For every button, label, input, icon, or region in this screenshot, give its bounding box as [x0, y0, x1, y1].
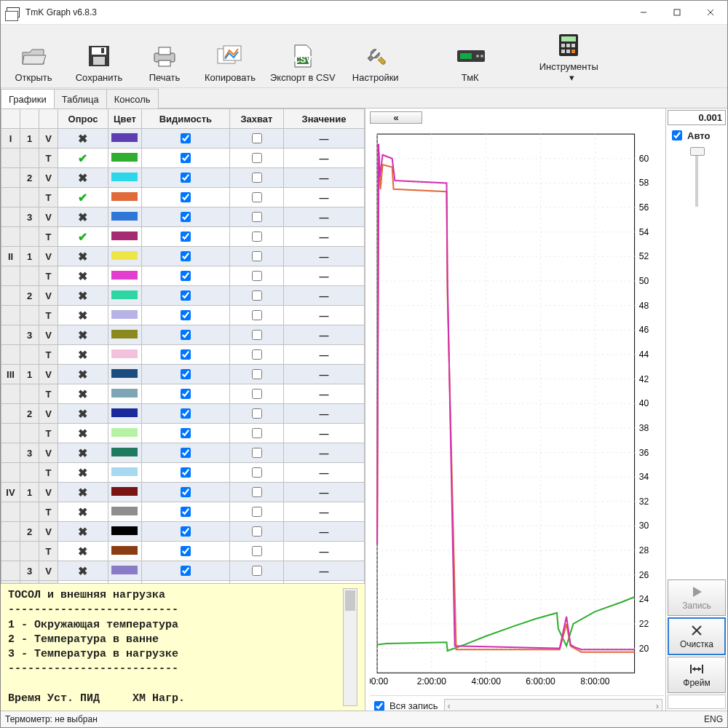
capture-cell[interactable]	[229, 502, 283, 522]
color-cell[interactable]	[108, 561, 141, 581]
table-row[interactable]: T✖—	[1, 266, 365, 286]
clear-button[interactable]: Очистка	[668, 617, 726, 655]
table-row[interactable]: T✔—	[1, 149, 365, 168]
capture-cell[interactable]	[229, 325, 283, 345]
settings-button[interactable]: Настройки	[343, 29, 408, 84]
poll-cell[interactable]: ✖	[58, 483, 108, 502]
visibility-cell[interactable]	[141, 561, 229, 581]
save-button[interactable]: Сохранить	[66, 29, 132, 84]
poll-cell[interactable]: ✖	[58, 522, 108, 542]
tab-table[interactable]: Таблица	[54, 89, 107, 108]
capture-cell[interactable]	[229, 424, 283, 443]
console-scrollbar[interactable]	[343, 588, 357, 706]
capture-cell[interactable]	[229, 542, 283, 561]
table-row[interactable]: III1V✖—	[1, 365, 365, 384]
color-cell[interactable]	[108, 168, 141, 188]
capture-cell[interactable]	[229, 266, 283, 286]
record-button[interactable]: Запись	[668, 579, 726, 616]
visibility-cell[interactable]	[141, 384, 229, 404]
frame-button[interactable]: Фрейм	[668, 657, 726, 693]
visibility-cell[interactable]	[141, 483, 229, 502]
tab-console[interactable]: Консоль	[106, 89, 159, 108]
capture-cell[interactable]	[229, 365, 283, 384]
poll-cell[interactable]: ✔	[58, 188, 108, 207]
capture-cell[interactable]	[229, 404, 283, 424]
poll-cell[interactable]: ✖	[58, 561, 108, 581]
time-scrollbar[interactable]: ‹ ›	[444, 699, 662, 711]
visibility-cell[interactable]	[141, 266, 229, 286]
visibility-cell[interactable]	[141, 424, 229, 443]
print-button[interactable]: Печать	[132, 29, 197, 84]
visibility-cell[interactable]	[141, 443, 229, 463]
table-row[interactable]: 3V✖—	[1, 325, 365, 345]
color-cell[interactable]	[108, 365, 141, 384]
copy-button[interactable]: Копировать	[197, 29, 263, 84]
table-row[interactable]: 3V✖—	[1, 443, 365, 463]
color-cell[interactable]	[108, 463, 141, 483]
poll-cell[interactable]: ✖	[58, 286, 108, 306]
capture-cell[interactable]	[229, 306, 283, 325]
close-button[interactable]	[694, 1, 727, 24]
poll-cell[interactable]: ✖	[58, 207, 108, 227]
color-cell[interactable]	[108, 286, 141, 306]
table-row[interactable]: I1V✖—	[1, 129, 365, 149]
poll-cell[interactable]: ✖	[58, 168, 108, 188]
color-cell[interactable]	[108, 129, 141, 149]
tab-graphs[interactable]: Графики	[1, 89, 55, 108]
poll-cell[interactable]: ✖	[58, 345, 108, 365]
poll-cell[interactable]: ✖	[58, 325, 108, 345]
color-cell[interactable]	[108, 424, 141, 443]
open-button[interactable]: Открыть	[1, 29, 66, 84]
color-cell[interactable]	[108, 345, 141, 365]
capture-cell[interactable]	[229, 149, 283, 168]
visibility-cell[interactable]	[141, 463, 229, 483]
auto-checkbox[interactable]: Авто	[668, 127, 726, 144]
color-cell[interactable]	[108, 325, 141, 345]
color-cell[interactable]	[108, 502, 141, 522]
capture-cell[interactable]	[229, 384, 283, 404]
capture-cell[interactable]	[229, 561, 283, 581]
table-row[interactable]: 3V✖—	[1, 207, 365, 227]
visibility-cell[interactable]	[141, 129, 229, 149]
visibility-cell[interactable]	[141, 227, 229, 247]
color-cell[interactable]	[108, 207, 141, 227]
color-cell[interactable]	[108, 188, 141, 207]
visibility-cell[interactable]	[141, 365, 229, 384]
visibility-cell[interactable]	[141, 149, 229, 168]
visibility-cell[interactable]	[141, 522, 229, 542]
export-csv-button[interactable]: CSV Экспорт в CSV	[263, 29, 343, 84]
poll-cell[interactable]: ✖	[58, 542, 108, 561]
color-cell[interactable]	[108, 247, 141, 266]
table-row[interactable]: T✖—	[1, 345, 365, 365]
table-row[interactable]: 2V✖—	[1, 168, 365, 188]
table-row[interactable]: II1V✖—	[1, 247, 365, 266]
table-row[interactable]: T✖—	[1, 424, 365, 443]
capture-cell[interactable]	[229, 345, 283, 365]
capture-cell[interactable]	[229, 227, 283, 247]
color-cell[interactable]	[108, 404, 141, 424]
table-row[interactable]: T✖—	[1, 306, 365, 325]
capture-cell[interactable]	[229, 247, 283, 266]
table-row[interactable]: 2V✖—	[1, 404, 365, 424]
poll-cell[interactable]: ✖	[58, 365, 108, 384]
capture-cell[interactable]	[229, 483, 283, 502]
visibility-cell[interactable]	[141, 345, 229, 365]
capture-cell[interactable]	[229, 207, 283, 227]
color-cell[interactable]	[108, 384, 141, 404]
color-cell[interactable]	[108, 443, 141, 463]
poll-cell[interactable]: ✖	[58, 306, 108, 325]
minimize-button[interactable]	[627, 1, 660, 24]
table-row[interactable]: 3V✖—	[1, 561, 365, 581]
poll-cell[interactable]: ✖	[58, 266, 108, 286]
capture-cell[interactable]	[229, 463, 283, 483]
visibility-cell[interactable]	[141, 404, 229, 424]
collapse-left-button[interactable]: «	[370, 111, 422, 124]
poll-cell[interactable]: ✖	[58, 463, 108, 483]
color-cell[interactable]	[108, 542, 141, 561]
visibility-cell[interactable]	[141, 306, 229, 325]
visibility-cell[interactable]	[141, 168, 229, 188]
poll-cell[interactable]: ✖	[58, 502, 108, 522]
color-cell[interactable]	[108, 149, 141, 168]
chart[interactable]: 2022242628303234363840424446485052545658…	[370, 127, 664, 695]
poll-cell[interactable]: ✖	[58, 384, 108, 404]
